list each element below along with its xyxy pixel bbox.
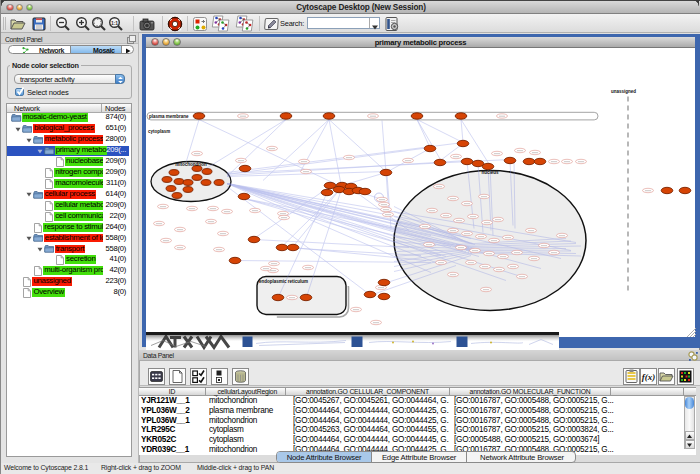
- svg-text:cytoplasm: cytoplasm: [148, 128, 170, 133]
- svg-text:unassigned: unassigned: [611, 89, 636, 94]
- svg-text:f(x): f(x): [642, 372, 656, 382]
- svg-text:plasma membrane: plasma membrane: [149, 114, 189, 119]
- svg-text:mitochondrion: mitochondrion: [175, 161, 207, 166]
- svg-text:endoplasmic reticulum: endoplasmic reticulum: [259, 279, 308, 284]
- svg-text:nucleus: nucleus: [481, 170, 499, 175]
- svg-text:1:1: 1:1: [111, 19, 118, 25]
